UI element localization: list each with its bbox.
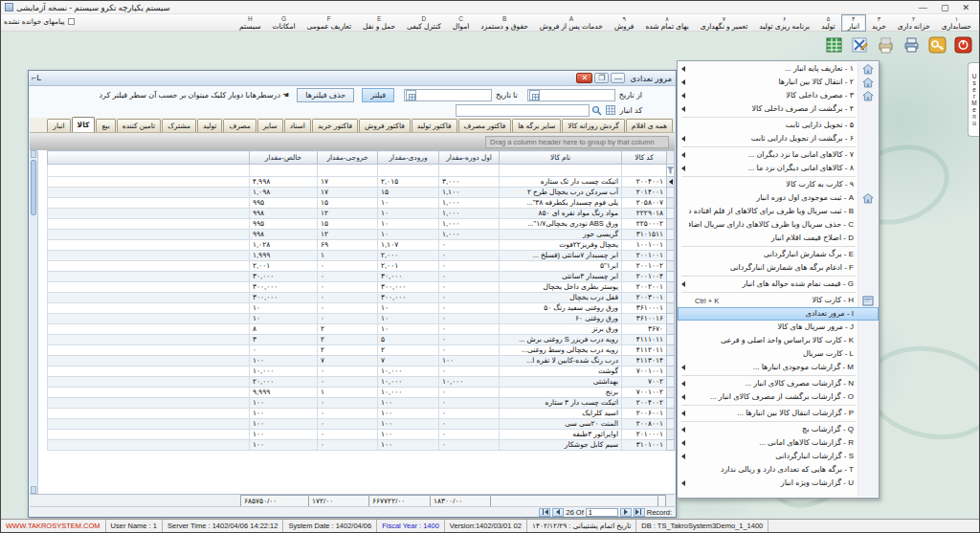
table-row[interactable]: ۳۱۰۱۵۱۱گریسی خور۱,۰۰۰۱۰۱۲۹۹۸ (48, 230, 675, 240)
menubar-item[interactable]: ۴انبار (841, 14, 866, 32)
menu-item-J[interactable]: J - مرور سریال های کالا (678, 321, 879, 334)
menubar-item[interactable]: ۱حسابداری (936, 14, 977, 32)
grid-filter-cell[interactable] (439, 165, 500, 177)
table-row[interactable]: ۲۰۰۴۰۰۱اتیکت چسب دار تک ستاره۳,۰۰۰۲,۰۱۵۱… (48, 177, 675, 188)
to-date-input[interactable] (404, 89, 492, 101)
table-row[interactable]: ۲۰۰۱۰۰۱ابر چسبدار ۷سانتی (فسلخ ...۰۲,۰۰۰… (48, 251, 675, 261)
menu-item-N[interactable]: N - گزارشات مصرف کالای انبار ... (678, 377, 879, 390)
window-minimize-icon[interactable]: — (611, 73, 625, 83)
tab-item[interactable]: تامین کننده (117, 119, 161, 132)
maximize-icon[interactable]: ▢ (941, 3, 949, 12)
menubar-item[interactable]: ۳خرید (866, 14, 892, 32)
tab-item[interactable]: همه ی اقلام (626, 119, 673, 132)
window-titlebar[interactable]: ⌐L ✕ ❐ — مرور تعدادی (29, 71, 676, 86)
menubar-item[interactable]: Eحمل و نقل (357, 14, 401, 32)
table-row[interactable]: ۲۰۰۴۰۰۲اتیکت چسب دار ۳ ستاره۰۱۰۰۰۱۰۰ (48, 398, 675, 409)
last-record-icon[interactable] (634, 508, 645, 517)
menubar-item[interactable]: Fتعاریف عمومی (301, 14, 358, 32)
record-position-input[interactable] (586, 508, 618, 517)
table-row[interactable]: ۷۰۰۱۰۰۱گوشت۰۱۰,۰۰۰۰۱۰,۰۰۰ (48, 366, 675, 377)
menu-item-D[interactable]: D - اصلاح قیمت اقلام انبار (678, 232, 879, 245)
menubar-item[interactable]: Cاموال (447, 14, 476, 32)
table-row[interactable]: ۳۱۰۱۰۰۱سیم کابل جوشکار۰۱۰۰۰۱۰۰ (48, 440, 675, 451)
menu-item-A[interactable]: A - ثبت موجودی اول دوره انبار (678, 191, 879, 205)
table-row[interactable]: ۲۰۰۶۰۰۱اسید کلرایک۰۱۰۰۰۱۰۰ (48, 409, 675, 419)
tab-item[interactable]: بیع (96, 119, 115, 132)
previous-record-icon[interactable] (552, 508, 564, 517)
search-icon[interactable] (591, 104, 603, 116)
menu-item-P[interactable]: P - گزارشات انتقال کالا بین انبارها ... (678, 407, 879, 420)
grid-filter-cell[interactable] (250, 165, 318, 177)
menu-item-E[interactable]: E - برگ شمارش انبارگردانی (678, 248, 879, 261)
menu-item-H[interactable]: H - کارت کالاCtrl + K (678, 294, 879, 307)
menu-item-۲[interactable]: ۲ - انتقال کالا بین انبارها (678, 76, 879, 89)
export-grid-icon[interactable] (823, 33, 844, 56)
menubar-item[interactable]: Bحقوق و دستمزد (475, 14, 534, 32)
tab-item[interactable]: سایر برگه ها (512, 119, 561, 132)
grid-filter-cell[interactable] (622, 165, 667, 177)
table-row[interactable]: ۱۰۰۱۰۰۱یخچال وفریز۲۲فوت۰۱,۱۰۷۶۹۱,۰۲۸ (48, 240, 675, 251)
design-icon[interactable] (849, 33, 870, 56)
clear-filters-button[interactable]: حذف فیلترها (297, 88, 354, 102)
warehouse-code-input[interactable] (456, 104, 590, 117)
vertical-scrollbar[interactable] (30, 150, 38, 494)
menubar-item[interactable]: ۷تعمیر و نگهداری (695, 14, 753, 32)
table-row[interactable]: ۳۶۱۰۰۰۱ورق روغنی سفید رنگ ۵۰۰۱۰۰۱۰ (48, 303, 675, 314)
menu-item-I[interactable]: I - مرور تعدادی (678, 307, 879, 321)
from-date-input[interactable] (527, 89, 615, 101)
first-record-icon[interactable] (539, 508, 550, 517)
close-icon[interactable]: ✕ (962, 3, 969, 12)
menu-item-L[interactable]: L - کارت سریال (678, 347, 879, 361)
printer-icon[interactable] (901, 33, 922, 56)
menubar-item[interactable]: Gامکانات (267, 14, 301, 32)
key-icon[interactable] (926, 33, 947, 56)
grid-column-header[interactable]: نام کالا (500, 151, 622, 165)
menubar-item[interactable]: Aخدمات پس از فروش (534, 14, 609, 32)
menu-item-F[interactable]: F - ادغام برگه های شمارش انبارگردانی (678, 261, 879, 275)
print-preview-icon[interactable] (875, 33, 896, 56)
tab-item[interactable]: سایر (257, 119, 283, 132)
grid-column-header[interactable]: ورودی-مقدار (378, 151, 439, 165)
menubar-item[interactable]: ۶برنامه ریزی تولید (753, 14, 815, 32)
menubar-item[interactable]: ۹فروش (609, 14, 640, 32)
table-row[interactable]: ۷۰۰۲بهداشتی۱۰,۰۰۰۱۰,۰۰۰۰۲۰,۰۰۰ (48, 377, 675, 388)
grid-column-header[interactable]: خروجی-مقدار (318, 151, 378, 165)
unread-messages-checkbox[interactable]: پیامهای خوانده نشده (4, 17, 75, 26)
window-close-icon[interactable]: ✕ (576, 73, 592, 83)
menu-item-B[interactable]: B - ثبت سریال ویا ظرف برای کالاهای از قل… (678, 205, 879, 218)
menu-item-O[interactable]: O - گزارشات برگشت از مصرف کالای انبار ..… (678, 390, 879, 404)
tab-item[interactable]: مشترک (162, 119, 196, 132)
menu-item-۵[interactable]: ۵ - تحویل دارایی ثابت (678, 119, 879, 132)
grid-filter-cell[interactable] (318, 165, 378, 177)
menubar-item[interactable]: ۵تولید (815, 14, 840, 32)
minimize-icon[interactable]: — (919, 3, 927, 12)
table-row[interactable]: ۲۰۵۸۰۰۷پلی فوم چسبدار یکطرفه ۳۸"...۱,۰۰۰… (48, 198, 675, 209)
tab-item[interactable]: گردش روزانه کالا (562, 119, 625, 132)
tab-item[interactable]: تولید (197, 119, 222, 132)
menu-item-R[interactable]: R - گزارشات کالاهای امانی ... (678, 436, 879, 450)
window-restore-icon[interactable]: ❐ (594, 73, 609, 83)
table-row[interactable]: ۲۰۱۴۰۰۱آب سردکن درب یخچال طرح ۲۱,۱۰۰۱۵۱۷… (48, 188, 675, 198)
next-record-icon[interactable] (620, 508, 632, 517)
scroll-up-icon[interactable] (31, 150, 36, 158)
scroll-down-icon[interactable] (31, 486, 36, 494)
power-icon[interactable] (952, 33, 973, 56)
table-row[interactable]: ۴۱۱۱۰۱۱رویه درب فریزر S روغنی برش ...۰۵۲… (48, 335, 675, 345)
menu-item-۸[interactable]: ۸ - کالاهای امانی دیگران نزد ما ... (678, 162, 879, 175)
menubar-item[interactable]: Hسیستم (234, 14, 267, 32)
calendar-icon[interactable] (406, 90, 416, 100)
tab-item[interactable]: فاکتور فروش (359, 119, 411, 132)
menu-item-Q[interactable]: Q - گزارشات بچ (678, 423, 879, 436)
group-by-bar[interactable]: Drag a column header here to group by th… (30, 133, 675, 150)
table-row[interactable]: ۲۰۰۳۰۰۱قفل درب یخچال۰۳۰۰,۰۰۰۰۳۰۰,۰۰۰ (48, 293, 675, 303)
table-row[interactable]: ۲۰۰۱۰۰۲ابر۱"۵۰۲,۰۰۱۰۲,۰۰۱ (48, 261, 675, 272)
grid-column-header[interactable]: خالص-مقدار (250, 151, 318, 165)
tab-item[interactable]: مصرف (223, 119, 256, 132)
menubar-item[interactable]: Dکنترل کیفی (401, 14, 447, 32)
menu-item-G[interactable]: G - قیمت تمام شده حواله های انبار (678, 278, 879, 291)
browse-grid-icon[interactable] (605, 104, 616, 116)
menu-item-۴[interactable]: ۴ - برگشت از مصرف داخلی کالا (678, 102, 879, 116)
filter-button[interactable]: فیلتر (362, 88, 394, 102)
menu-item-۹[interactable]: ۹ - کارت به کارت کالا (678, 178, 879, 191)
menu-item-۶[interactable]: ۶ - برگشت از تحویل دارایی ثابت (678, 132, 879, 145)
